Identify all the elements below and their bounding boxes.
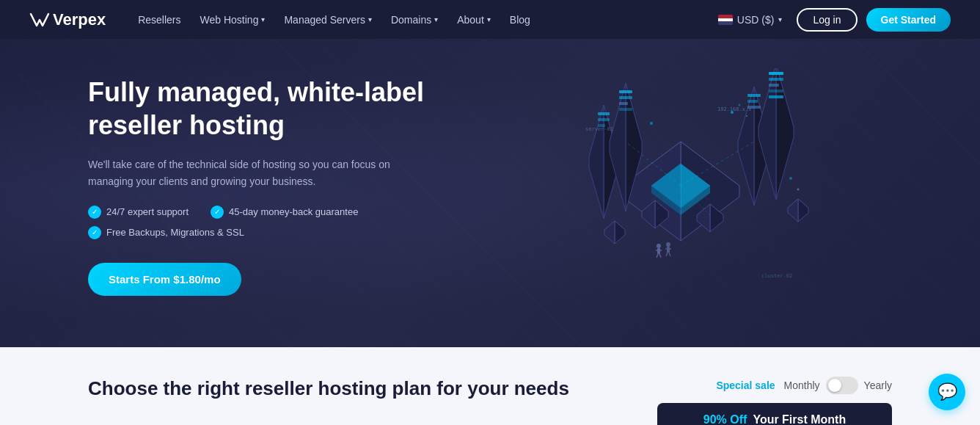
svg-point-50 bbox=[746, 115, 747, 117]
toggle-thumb bbox=[828, 379, 841, 392]
svg-rect-21 bbox=[619, 96, 632, 99]
special-sale-label: Special sale bbox=[716, 379, 775, 391]
check-icon: ✓ bbox=[88, 226, 101, 239]
svg-point-54 bbox=[657, 244, 661, 248]
pricing-title: Choose the right reseller hosting plan f… bbox=[88, 377, 628, 402]
chevron-down-icon: ▾ bbox=[434, 15, 438, 23]
pricing-controls: Special sale Monthly Yearly bbox=[657, 377, 892, 394]
feature-guarantee: ✓ 45-day money-back guarantee bbox=[211, 206, 358, 219]
chevron-down-icon: ▾ bbox=[261, 15, 265, 23]
check-icon: ✓ bbox=[211, 206, 224, 219]
us-flag-icon bbox=[718, 15, 733, 25]
svg-marker-66 bbox=[788, 199, 798, 222]
hero-title: Fully managed, white-label reseller host… bbox=[88, 76, 469, 142]
yearly-label: Yearly bbox=[864, 379, 892, 391]
nav-item-blog[interactable]: Blog bbox=[501, 0, 539, 39]
hero-section: Fully managed, white-label reseller host… bbox=[0, 39, 980, 347]
svg-marker-13 bbox=[589, 105, 604, 219]
svg-rect-28 bbox=[747, 100, 758, 103]
svg-rect-33 bbox=[769, 72, 783, 75]
svg-line-57 bbox=[657, 254, 658, 258]
currency-selector[interactable]: USD ($) ▾ bbox=[712, 11, 789, 29]
nav-item-resellers[interactable]: Resellers bbox=[129, 0, 189, 39]
pricing-section: Choose the right reseller hosting plan f… bbox=[0, 347, 980, 425]
svg-line-63 bbox=[669, 253, 670, 256]
svg-point-52 bbox=[789, 177, 792, 180]
discount-banner: 90% Off Your First Month bbox=[657, 403, 892, 425]
navbar: Verpex Resellers Web Hosting ▾ Managed S… bbox=[0, 0, 980, 39]
hero-features: ✓ 24/7 expert support ✓ 45-day money-bac… bbox=[88, 206, 469, 239]
chevron-down-icon: ▾ bbox=[778, 15, 782, 23]
nav-item-managed-servers[interactable]: Managed Servers ▾ bbox=[275, 0, 381, 39]
feature-support: ✓ 24/7 expert support bbox=[88, 206, 189, 219]
feature-backups: ✓ Free Backups, Migrations & SSL bbox=[88, 226, 244, 239]
svg-marker-65 bbox=[798, 199, 808, 222]
svg-rect-55 bbox=[657, 248, 660, 254]
svg-marker-68 bbox=[615, 221, 625, 244]
svg-rect-37 bbox=[769, 95, 783, 98]
brand-logo[interactable]: Verpex bbox=[29, 10, 106, 29]
hero-illustration: 192.168.x.x server-01 cluster-02 bbox=[469, 68, 892, 303]
pricing-section-right: Special sale Monthly Yearly 90% Off Your… bbox=[657, 377, 892, 425]
nav-item-domains[interactable]: Domains ▾ bbox=[382, 0, 447, 39]
billing-toggle: Monthly Yearly bbox=[784, 377, 892, 394]
nav-item-about[interactable]: About ▾ bbox=[448, 0, 500, 39]
chevron-down-icon: ▾ bbox=[368, 15, 372, 23]
discount-suffix: Your First Month bbox=[753, 413, 846, 425]
svg-rect-27 bbox=[747, 94, 761, 97]
svg-rect-34 bbox=[769, 78, 783, 81]
svg-rect-22 bbox=[619, 102, 628, 105]
check-icon: ✓ bbox=[88, 206, 101, 219]
nav-links: Resellers Web Hosting ▾ Managed Servers … bbox=[129, 0, 712, 39]
hero-content: Fully managed, white-label reseller host… bbox=[88, 76, 469, 296]
svg-text:cluster-02: cluster-02 bbox=[761, 273, 792, 279]
svg-rect-23 bbox=[619, 108, 632, 111]
svg-marker-31 bbox=[776, 68, 794, 200]
svg-rect-36 bbox=[769, 90, 783, 92]
hero-description: We'll take care of the technical side of… bbox=[88, 156, 425, 189]
chevron-down-icon: ▾ bbox=[487, 15, 491, 23]
billing-toggle-track[interactable] bbox=[826, 377, 858, 394]
svg-text:server-01: server-01 bbox=[585, 126, 613, 132]
chat-button[interactable]: 💬 bbox=[929, 374, 965, 410]
login-button[interactable]: Log in bbox=[797, 8, 857, 32]
cta-button[interactable]: Starts From $1.80/mo bbox=[88, 263, 241, 296]
chat-icon: 💬 bbox=[937, 382, 957, 402]
pricing-section-left: Choose the right reseller hosting plan f… bbox=[88, 377, 628, 402]
svg-point-51 bbox=[650, 122, 653, 125]
svg-point-59 bbox=[666, 242, 670, 247]
svg-rect-14 bbox=[598, 112, 610, 115]
datacenter-svg: 192.168.x.x server-01 cluster-02 bbox=[541, 68, 820, 303]
get-started-button[interactable]: Get Started bbox=[866, 8, 951, 32]
discount-amount: 90% Off bbox=[703, 413, 747, 425]
svg-rect-15 bbox=[598, 118, 610, 121]
logo-icon bbox=[29, 12, 50, 27]
svg-rect-35 bbox=[769, 84, 779, 87]
nav-item-web-hosting[interactable]: Web Hosting ▾ bbox=[191, 0, 274, 39]
svg-text:192.168.x.x: 192.168.x.x bbox=[717, 106, 751, 112]
svg-line-62 bbox=[666, 253, 668, 256]
nav-right: USD ($) ▾ Log in Get Started bbox=[712, 8, 951, 32]
monthly-label: Monthly bbox=[784, 379, 820, 391]
svg-marker-69 bbox=[604, 221, 615, 244]
svg-line-58 bbox=[659, 254, 661, 258]
svg-rect-60 bbox=[667, 247, 670, 253]
svg-point-53 bbox=[797, 189, 800, 191]
svg-rect-20 bbox=[619, 90, 632, 93]
brand-name: Verpex bbox=[53, 10, 106, 29]
isometric-datacenter: 192.168.x.x server-01 cluster-02 bbox=[541, 68, 820, 303]
